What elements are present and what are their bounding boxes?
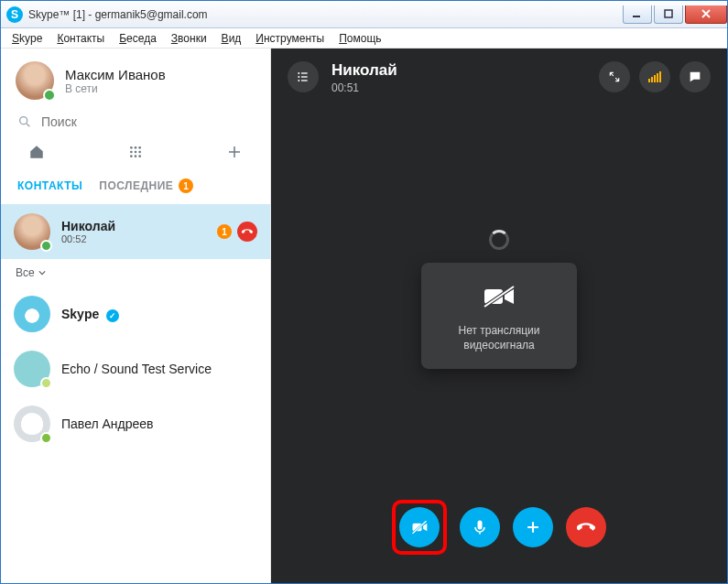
contact-row[interactable]: Echo / Sound Test Service <box>1 341 270 396</box>
plus-icon <box>524 518 542 536</box>
call-top-buttons <box>599 61 711 92</box>
menu-tools[interactable]: Инструменты <box>250 30 330 47</box>
svg-point-5 <box>135 146 137 149</box>
call-menu-button[interactable] <box>288 61 319 92</box>
svg-rect-1 <box>665 10 672 17</box>
menu-help[interactable]: Помощь <box>333 30 386 47</box>
svg-point-11 <box>135 155 137 157</box>
no-video-message: Нет трансляции видеосигнала <box>458 323 539 352</box>
tab-recent-label: ПОСЛЕДНИЕ <box>99 179 173 192</box>
svg-line-3 <box>27 124 29 126</box>
add-contact-icon[interactable] <box>226 144 243 160</box>
camera-off-icon <box>410 518 429 536</box>
contact-avatar <box>14 213 50 250</box>
contact-info: Павел Андреев <box>61 416 154 431</box>
mic-icon <box>471 518 489 536</box>
toggle-video-button[interactable] <box>399 507 440 547</box>
contact-row[interactable]: Skype ✓ <box>1 287 270 341</box>
tab-contacts[interactable]: КОНТАКТЫ <box>17 178 82 193</box>
call-controls <box>271 492 727 583</box>
svg-point-2 <box>20 117 27 124</box>
self-name: Максим Иванов <box>65 67 166 82</box>
svg-rect-0 <box>633 16 640 17</box>
home-icon[interactable] <box>28 144 45 160</box>
search-row[interactable] <box>1 109 270 138</box>
presence-icon <box>40 432 52 444</box>
contact-right-icons: 1 <box>217 222 257 242</box>
contact-info: Echo / Sound Test Service <box>61 362 212 376</box>
no-video-line2: видеосигнала <box>458 338 539 352</box>
contact-name: Echo / Sound Test Service <box>61 362 212 376</box>
no-video-line1: Нет трансляции <box>458 323 539 338</box>
contact-name: Skype ✓ <box>61 307 119 322</box>
maximize-button[interactable] <box>654 5 683 24</box>
dialpad-icon[interactable] <box>127 144 144 160</box>
skype-logo-icon: S <box>6 6 23 23</box>
list-icon <box>296 70 310 84</box>
svg-point-6 <box>138 146 141 149</box>
sidebar: Максим Иванов В сети КО <box>1 49 271 583</box>
toggle-mic-button[interactable] <box>460 507 500 547</box>
contact-tabs: КОНТАКТЫ ПОСЛЕДНИЕ 1 <box>1 169 270 204</box>
svg-point-13 <box>298 72 299 74</box>
svg-rect-18 <box>301 80 308 81</box>
search-icon <box>17 114 32 129</box>
svg-point-15 <box>298 76 299 78</box>
contact-info: Skype ✓ <box>61 307 119 322</box>
contact-row[interactable]: Павел Андреев <box>1 396 270 451</box>
filter-dropdown[interactable]: Все <box>1 259 270 287</box>
menu-calls[interactable]: Звонки <box>166 30 212 47</box>
contact-info: Николай 00:52 <box>61 219 115 244</box>
no-video-card: Нет трансляции видеосигнала <box>421 263 577 369</box>
app-window: S Skype™ [1] - germanik5@gmail.com Skype… <box>0 0 728 584</box>
svg-rect-25 <box>478 521 483 530</box>
menu-contacts[interactable]: Контакты <box>51 30 110 47</box>
titlebar: S Skype™ [1] - germanik5@gmail.com <box>1 1 727 28</box>
menu-conversation[interactable]: Беседа <box>114 30 162 47</box>
tab-recent[interactable]: ПОСЛЕДНИЕ 1 <box>99 178 193 193</box>
chevron-down-icon <box>38 269 46 276</box>
call-peer-name: Николай <box>331 61 397 80</box>
chat-icon <box>688 70 702 84</box>
menu-view[interactable]: Вид <box>216 30 247 47</box>
svg-point-17 <box>298 80 299 81</box>
window-title: Skype™ [1] - germanik5@gmail.com <box>28 8 208 21</box>
nav-icons <box>1 138 270 169</box>
verified-icon: ✓ <box>106 309 119 322</box>
presence-icon <box>40 377 52 389</box>
signal-icon <box>648 71 661 82</box>
hangup-button[interactable] <box>566 507 606 547</box>
hangup-mini-button[interactable] <box>237 222 257 242</box>
menu-bar: Skype Контакты Беседа Звонки Вид Инструм… <box>1 28 727 49</box>
camera-off-icon <box>481 283 517 310</box>
call-header: Николай 00:51 <box>271 49 727 107</box>
hangup-icon <box>577 518 595 536</box>
contact-avatar <box>14 406 50 442</box>
menu-skype[interactable]: Skype <box>6 30 48 47</box>
svg-rect-14 <box>301 72 308 73</box>
minimize-button[interactable] <box>623 5 652 24</box>
contact-name-text: Skype <box>61 307 99 321</box>
signal-quality-button[interactable] <box>639 61 670 92</box>
window-controls <box>621 5 727 24</box>
presence-online-icon <box>43 89 56 102</box>
presence-online-icon <box>40 240 52 252</box>
close-button[interactable] <box>685 5 727 24</box>
svg-point-12 <box>138 155 141 157</box>
expand-icon <box>608 70 621 83</box>
profile-section[interactable]: Максим Иванов В сети <box>1 49 270 109</box>
contact-row-active[interactable]: Николай 00:52 1 <box>1 204 270 259</box>
search-input[interactable] <box>41 114 254 129</box>
app-body: Максим Иванов В сети КО <box>1 49 727 583</box>
fullscreen-button[interactable] <box>599 61 630 92</box>
chat-button[interactable] <box>679 61 711 92</box>
svg-point-8 <box>135 151 137 154</box>
highlight-annotation <box>392 500 447 555</box>
contact-name: Николай <box>61 219 115 233</box>
add-participant-button[interactable] <box>513 507 553 547</box>
loading-spinner-icon <box>489 230 509 250</box>
call-info: Николай 00:51 <box>331 61 397 94</box>
call-duration: 00:51 <box>331 81 397 94</box>
call-area: Николай 00:51 <box>271 49 727 583</box>
self-status[interactable]: В сети <box>65 82 166 95</box>
